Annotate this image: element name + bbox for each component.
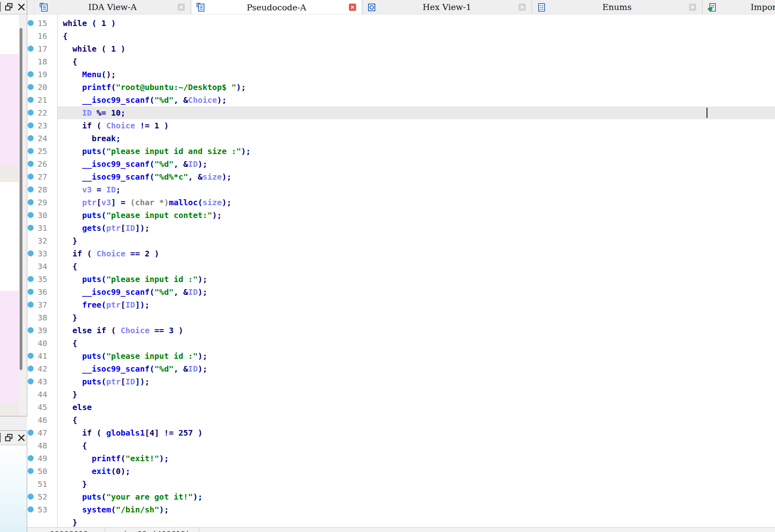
- code-text: __isoc99_scanf("%d%*c", &size);: [63, 170, 231, 183]
- code-line[interactable]: 27 __isoc99_scanf("%d%*c", &size);: [27, 170, 775, 183]
- code-line[interactable]: 51 }: [27, 478, 775, 490]
- dock-grip[interactable]: [0, 433, 1, 442]
- code-line[interactable]: 53 system("/bin/sh");: [27, 503, 775, 516]
- status-address: 00000019: [50, 529, 88, 532]
- code-line[interactable]: 40 {: [27, 337, 775, 350]
- code-line[interactable]: 38 }: [27, 311, 775, 324]
- code-line[interactable]: 18 {: [27, 55, 775, 68]
- string-literal: "please input id :": [106, 351, 198, 361]
- variable-name: ptr: [82, 198, 96, 207]
- code-line[interactable]: 36 __isoc99_scanf("%d", &ID);: [27, 286, 775, 298]
- code-text: v3 = ID;: [63, 183, 121, 196]
- tab-close-icon[interactable]: [178, 4, 185, 11]
- close-panel-icon[interactable]: [17, 433, 26, 443]
- tab-close-icon[interactable]: [689, 4, 696, 11]
- status-location: main:99 (400619): [113, 529, 190, 532]
- code-line[interactable]: 17 while ( 1 ): [27, 42, 775, 55]
- imports-icon: [708, 3, 716, 12]
- tab-enums[interactable]: Enums: [532, 0, 702, 14]
- code-text: puts(ptr[ID]);: [63, 375, 150, 388]
- scrollbar-thumb[interactable]: [20, 28, 22, 370]
- line-number: 19: [30, 68, 47, 81]
- line-number: 26: [30, 158, 47, 170]
- variable-name: ID: [126, 223, 135, 233]
- tab-pseudocode-a[interactable]: Pseudocode-A: [191, 0, 362, 14]
- code-line[interactable]: 24 break;: [27, 132, 775, 145]
- code-line[interactable]: 19 Menu();: [27, 68, 775, 81]
- float-window-icon[interactable]: [4, 2, 14, 12]
- code-line[interactable]: 16{: [27, 30, 775, 42]
- pseudocode-view[interactable]: 15while ( 1 )16{17 while ( 1 )18 {19 Men…: [27, 14, 775, 532]
- code-line[interactable]: 41 puts("please input id :");: [27, 350, 775, 362]
- code-line[interactable]: 15while ( 1 ): [27, 17, 775, 30]
- variable-name: Choice: [106, 121, 135, 130]
- tab-close-icon[interactable]: [519, 4, 526, 11]
- code-line[interactable]: 50 exit(0);: [27, 465, 775, 478]
- code-line[interactable]: 34 {: [27, 260, 775, 273]
- function-name: malloc: [169, 198, 198, 207]
- code-line[interactable]: 39 else if ( Choice == 3 ): [27, 324, 775, 337]
- code-line[interactable]: 21 __isoc99_scanf("%d", &Choice);: [27, 94, 775, 106]
- current-line-highlight: [58, 106, 775, 119]
- function-name: printf: [82, 82, 111, 92]
- code-token: [63, 274, 82, 284]
- code-line[interactable]: 26 __isoc99_scanf("%d", &ID);: [27, 158, 775, 170]
- code-line[interactable]: 20 printf("root@ubuntu:~/Desktop$ ");: [27, 81, 775, 94]
- tab-hex-view-1[interactable]: Hex View-1: [362, 0, 532, 14]
- code-token: );: [198, 287, 207, 297]
- vertical-scrollbar[interactable]: [19, 15, 26, 416]
- code-token: );: [241, 146, 251, 156]
- code-token: );: [236, 82, 246, 92]
- code-token: );: [159, 454, 169, 463]
- line-number: 32: [30, 234, 47, 247]
- tab-imports[interactable]: Imports: [702, 0, 775, 14]
- code-line[interactable]: 25 puts("please input id and size :");: [27, 145, 775, 158]
- code-token: );: [159, 505, 169, 514]
- code-line[interactable]: 49 printf("exit!");: [27, 452, 775, 465]
- code-token: }: [63, 236, 77, 246]
- code-text: exit(0);: [63, 465, 130, 478]
- tab-bar: IDA View-A Pseudocode-A Hex View-1 Enums…: [27, 0, 775, 14]
- code-line[interactable]: 43 puts(ptr[ID]);: [27, 375, 775, 388]
- code-line[interactable]: 35 puts("please input id :");: [27, 273, 775, 286]
- code-line[interactable]: 22 ID %= 10;: [27, 106, 775, 119]
- code-line[interactable]: 30 puts("please input contet:");: [27, 209, 775, 222]
- graph-overview-pane[interactable]: [0, 446, 27, 532]
- function-name: __isoc99_scanf: [82, 159, 150, 169]
- code-line[interactable]: 37 free(ptr[ID]);: [27, 298, 775, 311]
- line-number: 33: [30, 247, 47, 260]
- code-line[interactable]: 29 ptr[v3] = (char *)malloc(size);: [27, 196, 775, 209]
- code-line[interactable]: 47 if ( globals1[4] != 257 ): [27, 426, 775, 439]
- line-number: 43: [30, 375, 47, 388]
- line-number: 35: [30, 273, 47, 286]
- code-text: {: [63, 439, 87, 452]
- close-panel-icon[interactable]: [17, 2, 26, 12]
- code-line[interactable]: 45 else: [27, 401, 775, 414]
- tab-ida-view-a[interactable]: IDA View-A: [34, 0, 191, 14]
- function-name: puts: [82, 274, 101, 284]
- code-line[interactable]: 28 v3 = ID;: [27, 183, 775, 196]
- code-line[interactable]: 23 if ( Choice != 1 ): [27, 119, 775, 132]
- code-token: == 3 ): [150, 326, 183, 335]
- code-line[interactable]: 31 gets(ptr[ID]);: [27, 222, 775, 234]
- type-cast: (char *): [130, 198, 169, 207]
- code-token: [: [96, 198, 101, 207]
- code-token: if (: [63, 121, 106, 130]
- tab-close-icon[interactable]: [349, 4, 356, 11]
- code-text: puts("please input id :");: [63, 350, 207, 362]
- function-name: free: [82, 300, 101, 310]
- code-line[interactable]: 33 if ( Choice == 2 ): [27, 247, 775, 260]
- code-line[interactable]: 52 puts("your are got it!");: [27, 490, 775, 503]
- code-line[interactable]: 42 __isoc99_scanf("%d", &ID);: [27, 362, 775, 375]
- code-line[interactable]: 48 {: [27, 439, 775, 452]
- code-line[interactable]: 44 }: [27, 388, 775, 401]
- code-line[interactable]: 46 {: [27, 414, 775, 426]
- dock-grip[interactable]: [0, 2, 1, 12]
- line-number: 30: [30, 209, 47, 222]
- code-line[interactable]: 32 }: [27, 234, 775, 247]
- disassembly-edge-strip[interactable]: [0, 15, 27, 416]
- float-window-icon[interactable]: [4, 433, 14, 443]
- tab-label: Enums: [602, 2, 631, 12]
- code-token: }: [63, 390, 77, 399]
- code-token: [63, 185, 82, 194]
